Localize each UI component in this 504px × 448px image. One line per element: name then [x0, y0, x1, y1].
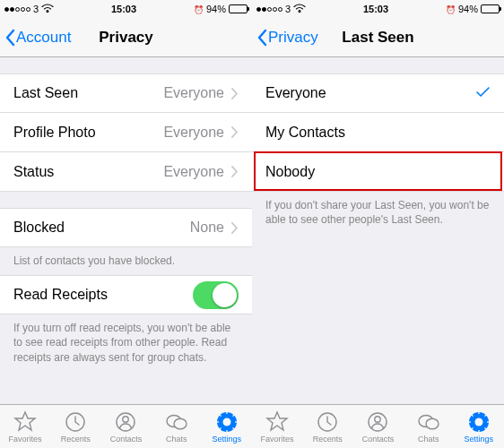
tab-recents[interactable]: Recents: [302, 410, 352, 444]
screen-privacy: 3 15:03 94% Account Privacy Last Seen Ev…: [0, 0, 252, 448]
cell-label: Status: [13, 164, 163, 180]
option-my-contacts[interactable]: My Contacts: [252, 113, 504, 152]
alarm-icon: [194, 4, 204, 14]
nav-bar: Privacy Last Seen: [252, 18, 504, 57]
option-nobody[interactable]: Nobody: [252, 152, 504, 192]
blocked-cell[interactable]: Blocked None: [0, 208, 252, 247]
battery-pct: 94%: [206, 4, 226, 14]
chevron-left-icon: [257, 29, 268, 47]
status-bar: 3 15:03 94%: [0, 0, 252, 18]
checkmark-icon: [475, 85, 491, 101]
contact-icon: [366, 410, 389, 434]
cell-label: Everyone: [265, 85, 475, 101]
chevron-right-icon: [231, 222, 239, 234]
nav-bar: Account Privacy: [0, 18, 252, 57]
clock-icon: [64, 410, 87, 434]
tab-favorites[interactable]: Favorites: [0, 410, 50, 444]
last-seen-footer: If you don't share your Last Seen, you w…: [252, 192, 504, 234]
alarm-icon: [446, 4, 456, 14]
back-label: Account: [16, 29, 71, 47]
status-time: 15:03: [111, 4, 136, 14]
profile-photo-cell[interactable]: Profile Photo Everyone: [0, 113, 252, 152]
tab-contacts[interactable]: Contacts: [100, 410, 151, 444]
back-label: Privacy: [268, 29, 318, 47]
tab-contacts[interactable]: Contacts: [352, 410, 403, 444]
cell-value: Everyone: [163, 164, 224, 180]
tab-settings[interactable]: Settings: [202, 410, 252, 444]
wifi-icon: [41, 4, 54, 14]
cell-value: None: [190, 220, 224, 236]
chevron-left-icon: [5, 29, 16, 47]
last-seen-cell[interactable]: Last Seen Everyone: [0, 73, 252, 113]
clock-icon: [316, 410, 339, 434]
back-button[interactable]: Account: [0, 29, 71, 47]
cell-label: My Contacts: [265, 125, 491, 141]
tab-bar: Favorites Recents Contacts Chats Setting…: [252, 404, 504, 448]
status-bar: 3 15:03 94%: [252, 0, 504, 18]
tab-settings[interactable]: Settings: [454, 410, 504, 444]
blocked-footer: List of contacts you have blocked.: [0, 247, 252, 275]
contact-icon: [114, 410, 137, 434]
tab-chats[interactable]: Chats: [152, 410, 202, 444]
star-icon: [13, 410, 37, 434]
read-receipts-toggle[interactable]: [193, 281, 239, 309]
cell-value: Everyone: [163, 85, 224, 101]
signal-dots-icon: [4, 7, 30, 12]
tab-favorites[interactable]: Favorites: [252, 410, 302, 444]
carrier-label: 3: [33, 4, 39, 14]
battery-icon: [229, 4, 248, 13]
cell-label: Read Receipts: [13, 287, 193, 303]
wifi-icon: [293, 4, 306, 14]
signal-dots-icon: [256, 7, 282, 12]
battery-pct: 94%: [458, 4, 478, 14]
status-time: 15:03: [363, 4, 388, 14]
cell-label: Blocked: [13, 220, 190, 236]
status-cell[interactable]: Status Everyone: [0, 152, 252, 192]
screen-last-seen: 3 15:03 94% Privacy Last Seen Everyone M…: [252, 0, 504, 448]
read-receipts-cell[interactable]: Read Receipts: [0, 275, 252, 314]
tab-recents[interactable]: Recents: [50, 410, 100, 444]
gear-icon: [467, 410, 491, 434]
tab-chats[interactable]: Chats: [404, 410, 454, 444]
star-icon: [265, 410, 289, 434]
chevron-right-icon: [231, 166, 239, 177]
battery-icon: [481, 4, 500, 13]
cell-value: Everyone: [163, 125, 224, 141]
chevron-right-icon: [231, 88, 239, 99]
chevron-right-icon: [231, 126, 239, 138]
chats-icon: [417, 410, 440, 434]
gear-icon: [215, 410, 239, 434]
tab-bar: Favorites Recents Contacts Chats Setting…: [0, 404, 252, 448]
back-button[interactable]: Privacy: [252, 29, 318, 47]
chats-icon: [165, 410, 188, 434]
receipts-footer: If you turn off read receipts, you won't…: [0, 314, 252, 372]
cell-label: Last Seen: [13, 85, 163, 101]
cell-label: Profile Photo: [13, 125, 163, 141]
cell-label: Nobody: [265, 164, 491, 180]
carrier-label: 3: [285, 4, 291, 14]
option-everyone[interactable]: Everyone: [252, 73, 504, 113]
